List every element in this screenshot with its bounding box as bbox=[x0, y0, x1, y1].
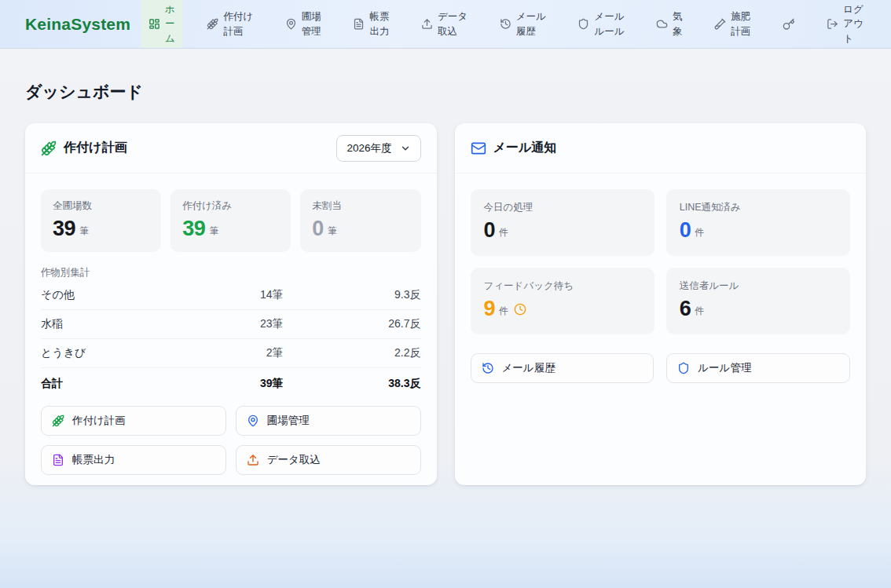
crop-summary-label: 作物別集計 bbox=[41, 266, 421, 279]
crop-name: その他 bbox=[41, 288, 166, 302]
stat-label: 作付け済み bbox=[182, 199, 279, 213]
planting-plan-button[interactable]: 作付け計画 bbox=[41, 406, 226, 436]
nav-item-report-output[interactable]: 帳票 出力 bbox=[346, 0, 396, 48]
stat-value: 6 bbox=[680, 298, 691, 320]
button-label: ルール管理 bbox=[698, 361, 751, 375]
nav-item-label: ログ アウ ト bbox=[843, 2, 864, 45]
nav-item-label: 圃場 管理 bbox=[302, 9, 321, 38]
mail-notification-card: メール通知 今日の処理 0 件 LINE通知済み 0 bbox=[455, 123, 867, 485]
nav-item-field-management[interactable]: 圃場 管理 bbox=[278, 0, 328, 48]
crop-name: とうきび bbox=[41, 346, 166, 360]
nav-item-mail-rules[interactable]: メール ルール bbox=[570, 0, 631, 48]
crop-area: 26.7反 bbox=[284, 317, 421, 331]
page-title: ダッシュボード bbox=[25, 81, 866, 103]
crop-area: 9.3反 bbox=[284, 288, 421, 302]
button-label: 圃場管理 bbox=[267, 414, 310, 428]
table-row-total: 合計 39筆 38.3反 bbox=[41, 368, 421, 394]
field-management-button[interactable]: 圃場管理 bbox=[236, 406, 421, 436]
nav-item-label: 作付け 計画 bbox=[223, 9, 253, 38]
planting-plan-card: 作付け計画 2026年度 全圃場数 39 筆 bbox=[25, 123, 437, 485]
file-text-icon bbox=[353, 18, 365, 30]
history-icon bbox=[500, 18, 512, 30]
dashboard-icon bbox=[148, 18, 160, 30]
test-tube-icon bbox=[714, 18, 726, 30]
mail-history-button[interactable]: メール履歴 bbox=[471, 353, 654, 383]
wheat-icon bbox=[41, 141, 57, 156]
nav-item-logout[interactable]: ログ アウ ト bbox=[820, 0, 871, 48]
nav-item-home[interactable]: ホ ー ム bbox=[141, 0, 182, 48]
upload-icon bbox=[247, 454, 259, 466]
stat-value: 0 bbox=[484, 220, 496, 241]
logout-icon bbox=[827, 18, 838, 30]
rule-management-button[interactable]: ルール管理 bbox=[666, 353, 850, 383]
nav-item-data-import[interactable]: データ 取込 bbox=[414, 0, 475, 48]
crop-area: 38.3反 bbox=[284, 377, 421, 391]
crop-count: 23筆 bbox=[166, 317, 284, 331]
report-output-button[interactable]: 帳票出力 bbox=[41, 445, 226, 475]
nav-item-planting-plan[interactable]: 作付け 計画 bbox=[200, 0, 260, 48]
upload-icon bbox=[421, 18, 433, 30]
stat-planted: 作付け済み 39 筆 bbox=[170, 189, 291, 252]
crop-name: 合計 bbox=[41, 377, 166, 391]
card-title: 作付け計画 bbox=[64, 140, 126, 156]
stat-value: 0 bbox=[680, 220, 691, 241]
nav-item-label: データ 取込 bbox=[438, 9, 468, 38]
nav-item-mail-history[interactable]: メール 履歴 bbox=[493, 0, 553, 48]
stat-sender-rules: 送信者ルール 6 件 bbox=[666, 268, 850, 334]
history-icon bbox=[482, 362, 494, 374]
crop-count: 39筆 bbox=[166, 377, 284, 391]
map-pin-icon bbox=[285, 18, 297, 30]
nav-item-label: 帳票 出力 bbox=[369, 9, 389, 38]
stat-unit: 筆 bbox=[79, 225, 89, 239]
year-select-value: 2026年度 bbox=[346, 141, 391, 155]
stat-value: 39 bbox=[182, 218, 205, 239]
table-row: とうきび 2筆 2.2反 bbox=[41, 339, 421, 368]
card-title: メール通知 bbox=[493, 140, 557, 156]
stat-unit: 件 bbox=[499, 305, 508, 320]
nav-item-label: 気 象 bbox=[673, 9, 683, 38]
nav-item-label: メール 履歴 bbox=[516, 9, 546, 38]
crop-count: 14筆 bbox=[166, 288, 284, 302]
stat-value: 39 bbox=[53, 218, 75, 239]
stat-line-notified: LINE通知済み 0 件 bbox=[666, 189, 850, 256]
stat-unit: 件 bbox=[695, 305, 704, 320]
wheat-icon bbox=[207, 18, 218, 30]
button-label: データ取込 bbox=[267, 453, 321, 467]
crop-count: 2筆 bbox=[166, 346, 284, 360]
nav-item-weather[interactable]: 気 象 bbox=[649, 0, 690, 48]
stat-today-processed: 今日の処理 0 件 bbox=[471, 189, 654, 256]
mail-icon bbox=[471, 141, 486, 156]
nav-item-fertilization-plan[interactable]: 施肥 計画 bbox=[707, 0, 757, 48]
stat-label: LINE通知済み bbox=[680, 201, 837, 214]
button-label: 帳票出力 bbox=[72, 453, 115, 467]
shield-icon bbox=[677, 362, 690, 374]
stat-value: 9 bbox=[484, 298, 496, 320]
clock-icon bbox=[514, 303, 526, 316]
main-content: ダッシュボード 作付け計画 2026年度 全圃場数 39 bbox=[0, 81, 891, 485]
year-select[interactable]: 2026年度 bbox=[336, 135, 420, 162]
crop-name: 水稲 bbox=[41, 317, 166, 331]
stat-label: 未割当 bbox=[312, 199, 409, 213]
stat-unit: 筆 bbox=[328, 225, 337, 239]
stat-unit: 筆 bbox=[209, 225, 218, 239]
crop-area: 2.2反 bbox=[284, 346, 421, 360]
nav-item-label: ホ ー ム bbox=[165, 2, 175, 45]
table-row: その他 14筆 9.3反 bbox=[41, 281, 421, 310]
nav-item-password[interactable] bbox=[776, 0, 802, 48]
nav-item-label: 施肥 計画 bbox=[731, 9, 750, 38]
stat-unit: 件 bbox=[499, 226, 508, 241]
wheat-icon bbox=[52, 415, 64, 427]
stat-unassigned: 未割当 0 筆 bbox=[300, 189, 420, 252]
stat-total-fields: 全圃場数 39 筆 bbox=[41, 189, 161, 252]
stat-unit: 件 bbox=[695, 226, 704, 241]
table-row: 水稲 23筆 26.7反 bbox=[41, 310, 421, 339]
stat-label: フィードバック待ち bbox=[484, 279, 641, 293]
main-nav: ホ ー ム 作付け 計画 圃場 管理 帳票 出力 データ 取込 メール 履歴 メ… bbox=[141, 0, 891, 48]
app-logo: KeinaSystem bbox=[0, 0, 141, 48]
shield-icon bbox=[578, 18, 589, 30]
app-header: KeinaSystem ホ ー ム 作付け 計画 圃場 管理 帳票 出力 データ… bbox=[0, 0, 891, 49]
cloud-icon bbox=[656, 18, 668, 30]
file-text-icon bbox=[52, 454, 64, 466]
data-import-button[interactable]: データ取込 bbox=[236, 445, 421, 475]
stat-value: 0 bbox=[312, 218, 324, 239]
